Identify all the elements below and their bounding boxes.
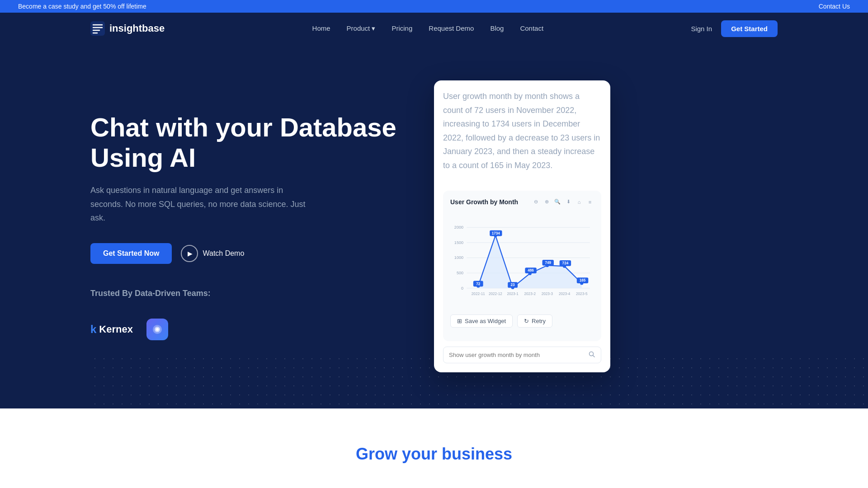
trusted-section: Trusted By Data-Driven Teams: k Kernex — [90, 286, 407, 340]
chart-controls: ⊖ ⊕ 🔍 ⬇ ⌂ ≡ — [532, 198, 594, 206]
retry-button[interactable]: ↻ Retry — [517, 314, 552, 328]
hero-buttons: Get Started Now ▶ Watch Demo — [90, 243, 407, 264]
nav-request-demo[interactable]: Request Demo — [429, 24, 474, 32]
nav-blog[interactable]: Blog — [490, 24, 504, 32]
home-icon[interactable]: ⌂ — [575, 198, 583, 206]
hero-content: Chat with your Database Using AI Ask que… — [90, 113, 407, 340]
kernex-text: Kernex — [99, 324, 133, 335]
save-widget-button[interactable]: ⊞ Save as Widget — [450, 314, 513, 328]
svg-text:23: 23 — [511, 283, 515, 287]
play-icon: ▶ — [181, 245, 198, 262]
svg-text:2023-2: 2023-2 — [524, 292, 536, 296]
svg-text:724: 724 — [562, 261, 569, 265]
svg-text:486: 486 — [528, 268, 534, 272]
download-icon[interactable]: ⬇ — [564, 198, 572, 206]
svg-text:749: 749 — [545, 261, 551, 265]
hero-subtext: Ask questions in natural language and ge… — [90, 183, 316, 225]
watch-demo-label: Watch Demo — [203, 249, 244, 258]
svg-line-48 — [593, 355, 595, 357]
banner-text: Become a case study and get 50% off life… — [18, 3, 146, 10]
svg-text:2022-12: 2022-12 — [489, 292, 502, 296]
svg-point-7 — [156, 328, 159, 331]
svg-text:2023-4: 2023-4 — [559, 292, 571, 296]
svg-text:1500: 1500 — [454, 240, 463, 244]
chart-card: User growth month by month shows a count… — [434, 80, 610, 372]
nav-right: Sign In Get Started — [691, 20, 778, 37]
retry-icon: ↻ — [524, 318, 529, 324]
svg-text:2023-3: 2023-3 — [542, 292, 553, 296]
svg-text:500: 500 — [457, 270, 463, 275]
save-widget-label: Save as Widget — [465, 318, 506, 324]
hero-heading-line1: Chat with your Database — [90, 113, 396, 142]
get-started-now-button[interactable]: Get Started Now — [90, 243, 172, 264]
trusted-logos: k Kernex — [90, 319, 407, 340]
grow-title: Grow your business — [356, 445, 512, 464]
svg-rect-0 — [90, 21, 105, 36]
sscout-logo — [146, 319, 168, 340]
menu-icon[interactable]: ≡ — [586, 198, 594, 206]
logo-text: insightbase — [109, 23, 165, 34]
svg-text:2023-5: 2023-5 — [576, 292, 588, 296]
save-widget-icon: ⊞ — [457, 318, 462, 324]
chart-search-button[interactable] — [588, 351, 595, 359]
nav-home[interactable]: Home — [312, 24, 330, 32]
sign-in-button[interactable]: Sign In — [691, 25, 712, 33]
chart-search-input[interactable] — [449, 352, 585, 358]
magnify-icon[interactable]: 🔍 — [553, 198, 561, 206]
logo-icon — [90, 21, 105, 36]
chart-actions: ⊞ Save as Widget ↻ Retry — [450, 314, 594, 328]
search-icon — [588, 351, 595, 358]
svg-text:72: 72 — [476, 282, 481, 286]
chart-search-row — [443, 347, 601, 363]
chart-svg: 2000 1500 1000 500 0 — [450, 211, 594, 310]
nav-pricing[interactable]: Pricing — [392, 24, 412, 32]
svg-text:2022-11: 2022-11 — [472, 292, 485, 296]
sscout-icon — [151, 323, 164, 336]
svg-text:2000: 2000 — [454, 225, 463, 230]
kernex-logo: k Kernex — [90, 323, 133, 336]
svg-text:0: 0 — [461, 286, 463, 290]
svg-text:1734: 1734 — [492, 231, 500, 235]
hero-heading: Chat with your Database Using AI — [90, 113, 407, 173]
zoom-in-icon[interactable]: ⊕ — [542, 198, 551, 206]
watch-demo-button[interactable]: ▶ Watch Demo — [181, 245, 244, 262]
zoom-out-icon[interactable]: ⊖ — [532, 198, 540, 206]
hero-heading-line2: Using AI — [90, 143, 196, 172]
svg-text:165: 165 — [580, 278, 586, 282]
svg-text:1000: 1000 — [454, 255, 463, 260]
logo[interactable]: insightbase — [90, 21, 165, 36]
retry-label: Retry — [532, 318, 546, 324]
nav-product[interactable]: Product ▾ — [347, 24, 376, 32]
hero-section: Chat with your Database Using AI Ask que… — [0, 44, 868, 408]
top-banner: Become a case study and get 50% off life… — [0, 0, 868, 13]
nav-contact[interactable]: Contact — [520, 24, 543, 32]
chart-area: 2000 1500 1000 500 0 — [450, 211, 594, 310]
nav-links: Home Product ▾ Pricing Request Demo Blog… — [312, 24, 544, 33]
get-started-nav-button[interactable]: Get Started — [721, 20, 778, 37]
svg-text:2023-1: 2023-1 — [507, 292, 519, 296]
trusted-label: Trusted By Data-Driven Teams: — [90, 286, 316, 300]
chart-description: User growth month by month shows a count… — [443, 89, 601, 173]
navbar: insightbase Home Product ▾ Pricing Reque… — [0, 13, 868, 44]
contact-us-link[interactable]: Contact Us — [819, 3, 850, 10]
chart-title: User Growth by Month — [450, 198, 518, 206]
bottom-section: Grow your business — [0, 408, 868, 488]
chart-header: User Growth by Month ⊖ ⊕ 🔍 ⬇ ⌂ ≡ — [450, 198, 594, 206]
